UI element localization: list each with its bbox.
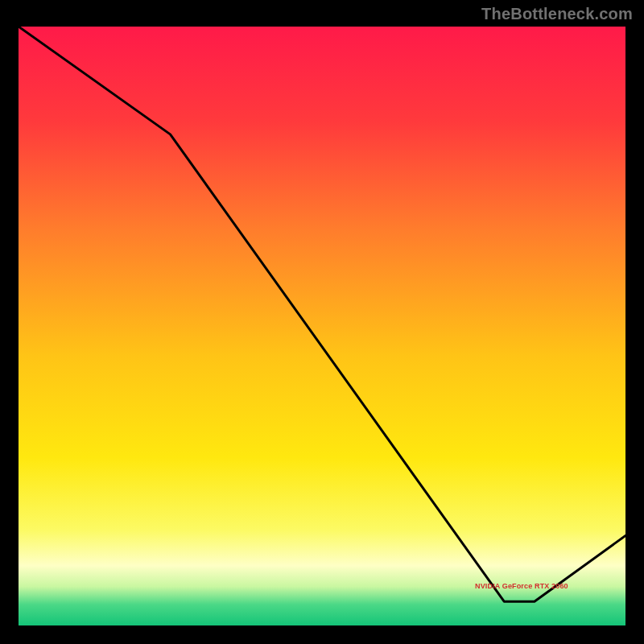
- plot-svg: [19, 27, 625, 625]
- gradient-fill: [19, 27, 625, 625]
- watermark-text: TheBottleneck.com: [481, 5, 633, 23]
- chart-stage: TheBottleneck.com NVIDIA GeForce RTX 206…: [0, 0, 644, 644]
- gpu-annotation: NVIDIA GeForce RTX 2060: [475, 582, 568, 590]
- plot-frame: NVIDIA GeForce RTX 2060: [15, 23, 629, 629]
